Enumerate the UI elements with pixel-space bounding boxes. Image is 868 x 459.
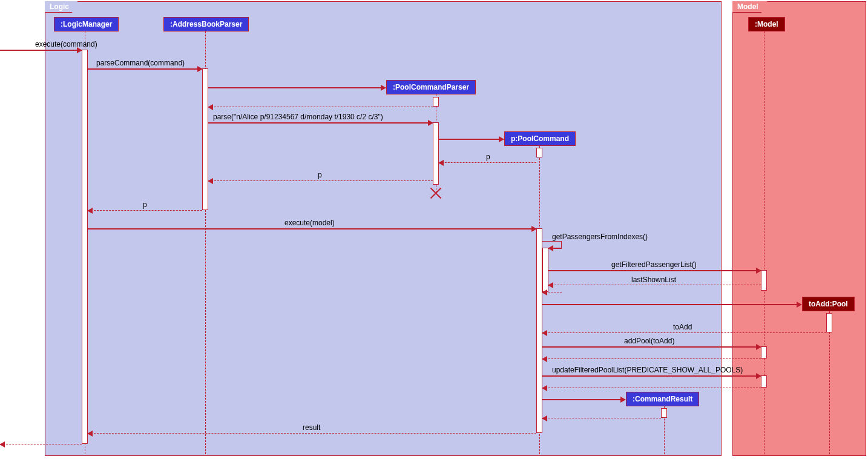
- label-return-p-1: p: [486, 153, 490, 161]
- label-get-passengers: getPassengersFromIndexes(): [552, 233, 648, 241]
- msg-create-parser: [208, 87, 386, 88]
- activation-pool-command-parser-2: [433, 122, 439, 185]
- participant-address-book-parser: :AddressBookParser: [163, 17, 249, 31]
- msg-execute-model: [88, 228, 536, 230]
- label-parse-command: parseCommand(command): [96, 59, 185, 67]
- msg-create-poolcommand: [439, 139, 504, 140]
- activation-pool-command-create: [536, 148, 542, 157]
- label-get-filtered: getFilteredPassengerList(): [611, 260, 697, 269]
- participant-toadd-pool: toAdd:Pool: [802, 297, 855, 311]
- model-frame-label: Model: [732, 1, 768, 13]
- label-return-p-3: p: [143, 200, 147, 209]
- msg-return-p-1: [439, 162, 536, 163]
- msg-final-return: [0, 444, 82, 444]
- msg-add-pool-return: [542, 358, 761, 359]
- label-add-pool: addPool(toAdd): [624, 337, 674, 345]
- activation-logic-manager: [82, 50, 88, 444]
- label-parse: parse("n/Alice p/91234567 d/monday t/193…: [213, 113, 383, 121]
- label-return-p-2: p: [318, 171, 322, 179]
- label-execute-model: execute(model): [284, 219, 335, 227]
- msg-parse-command: [88, 68, 202, 70]
- msg-self-return: [542, 292, 562, 292]
- participant-pool-command: p:PoolCommand: [504, 131, 576, 146]
- label-update-filtered: updateFilteredPoolList(PREDICATE_SHOW_AL…: [552, 366, 743, 374]
- label-toadd-return: toAdd: [673, 323, 692, 331]
- activation-pool-command-parser-1: [433, 97, 439, 107]
- activation-model-3: [761, 375, 767, 388]
- logic-frame-label: Logic: [45, 1, 78, 13]
- participant-model: :Model: [748, 17, 785, 31]
- msg-create-parser-return: [208, 107, 433, 107]
- msg-last-shown: [548, 285, 761, 285]
- msg-return-p-3: [88, 210, 202, 211]
- lifeline-toadd-pool: [829, 311, 830, 454]
- participant-logic-manager: :LogicManager: [54, 17, 119, 31]
- msg-execute: [0, 50, 82, 51]
- activation-model-2: [761, 346, 767, 358]
- participant-command-result: :CommandResult: [626, 392, 699, 406]
- msg-create-result: [542, 399, 625, 400]
- msg-return-p-2: [208, 180, 433, 181]
- activation-command-result: [661, 408, 667, 418]
- msg-toadd-return: [542, 332, 826, 333]
- msg-add-pool: [542, 346, 761, 348]
- msg-create-toadd: [542, 304, 801, 305]
- msg-update-filtered-return: [542, 388, 761, 388]
- label-last-shown: lastShownList: [631, 276, 676, 284]
- activation-address-book-parser: [202, 68, 208, 210]
- msg-parse: [208, 122, 433, 124]
- msg-create-result-return: [542, 418, 661, 418]
- label-execute: execute(command): [35, 40, 97, 48]
- participant-pool-command-parser: :PoolCommandParser: [386, 80, 476, 94]
- msg-result: [88, 433, 536, 434]
- activation-model-1: [761, 270, 767, 291]
- destroy-pool-command-parser: [430, 187, 442, 199]
- activation-toadd-pool: [826, 313, 832, 332]
- label-result: result: [303, 423, 320, 432]
- msg-get-passengers-into: [548, 248, 562, 249]
- lifeline-model: [764, 31, 764, 454]
- msg-get-filtered: [548, 270, 761, 271]
- msg-update-filtered: [542, 375, 761, 377]
